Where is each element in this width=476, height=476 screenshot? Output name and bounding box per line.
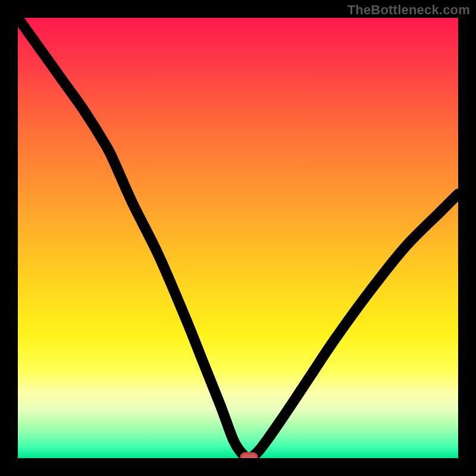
chart-frame: TheBottleneck.com	[0, 0, 476, 476]
bottleneck-curve	[18, 18, 458, 458]
optimum-marker	[241, 453, 257, 458]
plot-area	[18, 18, 458, 458]
curve-svg	[18, 18, 458, 458]
watermark-text: TheBottleneck.com	[347, 2, 470, 18]
